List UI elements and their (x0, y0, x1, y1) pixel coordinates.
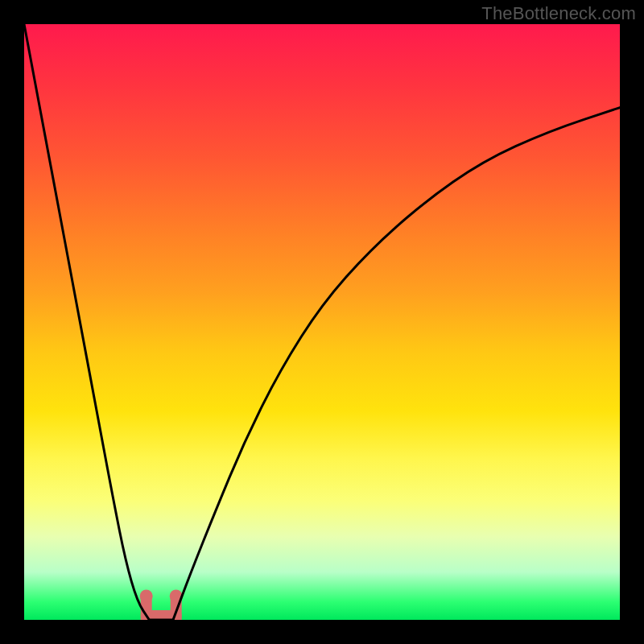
plot-area (24, 24, 620, 620)
chart-svg (24, 24, 620, 620)
series-left-branch (24, 24, 149, 620)
svg-point-3 (140, 589, 153, 602)
series-right-branch (173, 108, 620, 620)
curve-group (24, 24, 620, 620)
chart-frame: TheBottleneck.com (0, 0, 644, 644)
attribution-text: TheBottleneck.com (481, 3, 636, 24)
